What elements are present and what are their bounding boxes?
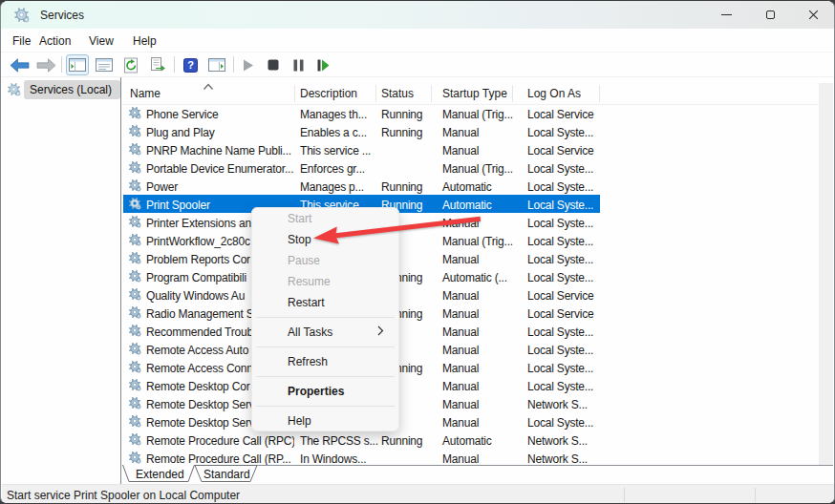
status-bar-text: Start service Print Spooler on Local Com…: [7, 489, 240, 502]
service-rows: Phone ServiceManages th...RunningManual …: [122, 104, 833, 465]
toolbar: ?: [1, 52, 834, 77]
cell-startup: Manual (Trig...: [442, 108, 513, 121]
cell-logon: Network S...: [527, 434, 598, 448]
vertical-scrollbar[interactable]: [819, 83, 833, 465]
cell-logon: Local Syste...: [527, 217, 598, 230]
menu-separator: [256, 317, 395, 318]
context-menu-item-refresh[interactable]: Refresh: [252, 351, 398, 372]
cell-startup: Manual: [442, 326, 479, 339]
pause-service-icon: [293, 59, 304, 72]
context-menu-item-restart[interactable]: Restart: [252, 292, 398, 313]
service-row-remote-procedure-call-rpc[interactable]: Remote Procedure Call (RPC)The RPCSS s..…: [123, 430, 600, 449]
maximize-icon: [766, 10, 775, 19]
service-gear-icon: [128, 342, 141, 355]
cell-startup: Manual: [442, 416, 479, 430]
column-header-startup-type[interactable]: Startup Type: [442, 87, 507, 100]
cell-desc: Enforces gr...: [300, 162, 379, 176]
console-tree-icon: [69, 58, 86, 72]
cell-name: Plug and Play: [146, 126, 294, 139]
menu-action[interactable]: Action: [39, 34, 71, 48]
menu-separator: [256, 376, 395, 377]
cell-logon: Local Syste...: [527, 362, 598, 375]
column-header-description[interactable]: Description: [300, 87, 357, 100]
show-action-pane-button[interactable]: [205, 54, 228, 75]
column-header-name[interactable]: Name: [130, 87, 161, 100]
cell-name: Power: [146, 180, 294, 194]
cell-logon: Local Syste...: [527, 180, 598, 194]
column-header-log-on-as[interactable]: Log On As: [527, 87, 581, 100]
service-row-power[interactable]: PowerManages p...RunningAutomaticLocal S…: [123, 177, 600, 195]
window-title: Services: [40, 9, 84, 22]
cell-logon: Local Syste...: [527, 271, 598, 284]
show-console-tree-button[interactable]: [66, 54, 89, 75]
cell-logon: Local Syste...: [527, 416, 598, 430]
cell-startup: Manual: [442, 253, 479, 266]
export-list-icon: [150, 57, 165, 73]
cell-name: Portable Device Enumerator...: [146, 162, 294, 176]
refresh-button[interactable]: [119, 54, 142, 75]
cell-startup: Automatic (...: [442, 271, 507, 284]
toolbar-separator: [174, 56, 175, 73]
column-header-status[interactable]: Status: [381, 87, 414, 100]
tab-extended-label[interactable]: Extended: [136, 468, 184, 481]
close-icon: [808, 10, 819, 20]
properties-window-icon: [96, 58, 113, 72]
menu-file[interactable]: File: [12, 34, 31, 48]
cell-startup: Manual: [442, 307, 479, 321]
cell-desc: Enables a c...: [300, 126, 379, 139]
cell-logon: Local Syste...: [527, 253, 598, 266]
service-row-phone-service[interactable]: Phone ServiceManages th...RunningManual …: [123, 104, 600, 122]
service-gear-icon: [128, 305, 141, 319]
service-gear-icon: [128, 215, 141, 228]
context-menu-item-help[interactable]: Help: [252, 410, 398, 431]
cell-name: Phone Service: [146, 108, 294, 121]
service-row-remote-procedure-call-rp[interactable]: Remote Procedure Call (RP...In Windows..…: [123, 449, 600, 465]
sidebar-item-services-local[interactable]: Services (Local): [2, 80, 121, 100]
service-gear-icon: [128, 142, 141, 156]
service-gear-icon: [128, 160, 141, 174]
cell-startup: Manual: [442, 344, 479, 357]
cell-startup: Automatic: [442, 180, 492, 194]
help-button[interactable]: ?: [179, 54, 202, 75]
column-separator: [294, 85, 295, 102]
stop-service-button[interactable]: [262, 54, 285, 75]
cell-logon: Network S...: [527, 398, 598, 411]
sidebar-item-label: Services (Local): [30, 83, 112, 96]
cell-logon: Local Service: [527, 108, 598, 121]
properties-window-button[interactable]: [93, 54, 116, 75]
menu-separator: [256, 346, 395, 347]
service-gear-icon: [128, 106, 141, 119]
maximize-button[interactable]: [749, 1, 792, 29]
cell-status: Running: [381, 180, 422, 194]
cell-startup: Manual: [442, 126, 479, 139]
cell-startup: Manual: [442, 289, 479, 303]
pause-service-button[interactable]: [287, 54, 310, 75]
close-button[interactable]: [792, 1, 835, 29]
cell-startup: Manual: [442, 380, 479, 393]
cell-logon: Local Syste...: [527, 344, 598, 357]
back-button[interactable]: [8, 54, 31, 75]
tab-standard-label[interactable]: Standard: [203, 468, 250, 481]
service-gear-icon: [128, 251, 141, 264]
menu-view[interactable]: View: [89, 34, 114, 48]
cell-desc: This service ...: [300, 144, 379, 158]
context-menu-item-all-tasks[interactable]: All Tasks: [252, 322, 398, 343]
export-list-button[interactable]: [146, 54, 169, 75]
restart-service-button[interactable]: [311, 54, 334, 75]
start-service-button[interactable]: [237, 54, 260, 75]
cell-logon: Local Service: [527, 144, 598, 158]
service-row-pnrp-machine-name-publi[interactable]: PNRP Machine Name Publi...This service .…: [123, 140, 600, 158]
service-row-plug-and-play[interactable]: Plug and PlayEnables a c...RunningManual…: [123, 122, 600, 140]
menu-bar: FileActionViewHelp: [1, 29, 834, 52]
services-node-icon: [7, 82, 21, 96]
minimize-button[interactable]: [705, 1, 748, 29]
column-separator: [599, 85, 600, 102]
column-separator: [431, 85, 432, 102]
services-app-icon: [13, 7, 30, 23]
cell-startup: Automatic: [442, 434, 492, 448]
menu-help[interactable]: Help: [133, 34, 157, 48]
context-menu-item-properties[interactable]: Properties: [252, 381, 398, 402]
service-gear-icon: [128, 269, 141, 283]
forward-button[interactable]: [34, 54, 57, 75]
service-row-portable-device-enumerator[interactable]: Portable Device Enumerator...Enforces gr…: [123, 158, 600, 177]
